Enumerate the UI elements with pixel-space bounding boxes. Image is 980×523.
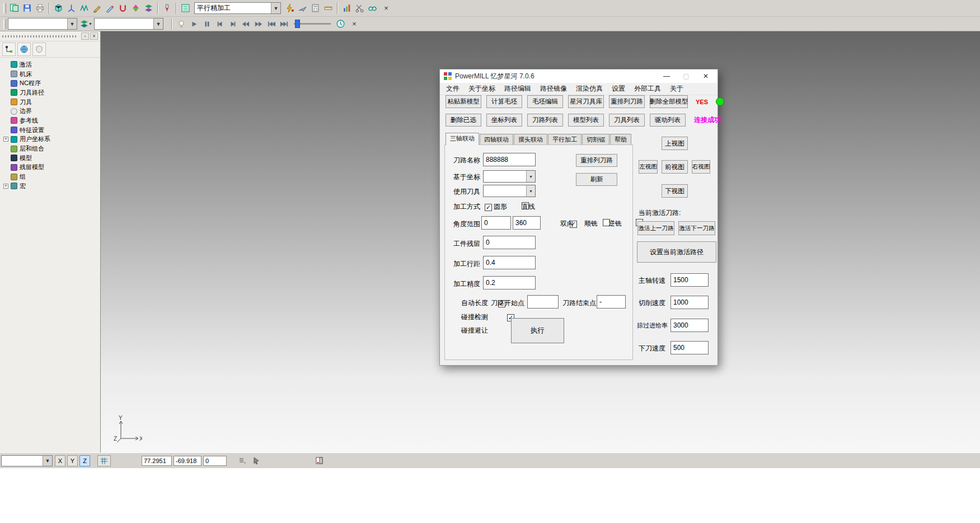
boundary-icon[interactable] <box>116 2 129 15</box>
axis-x-button[interactable]: X <box>55 455 65 466</box>
tree-item-levels[interactable]: 层和组合 <box>3 144 100 153</box>
set-active-path-button[interactable]: 设置当前激活路径 <box>637 241 716 263</box>
hierarchy-icon[interactable] <box>2 43 16 56</box>
use-tool-select[interactable] <box>483 185 536 197</box>
feature-icon[interactable] <box>129 2 142 15</box>
levels-icon[interactable] <box>142 2 155 15</box>
status-dropdown[interactable]: ▼ <box>1 455 53 466</box>
measure-icon[interactable] <box>322 2 335 15</box>
chevron-down-icon[interactable] <box>526 171 535 182</box>
toolpath-name-input[interactable] <box>483 153 536 166</box>
minimize-icon[interactable]: — <box>658 71 675 82</box>
toolbar-close-icon[interactable]: × <box>381 3 391 13</box>
menu-settings[interactable]: 设置 <box>608 83 629 95</box>
axis-y-button[interactable]: Y <box>67 455 78 466</box>
strategy-list-icon[interactable] <box>179 2 192 15</box>
tab-3axis[interactable]: 三轴联动 <box>446 133 479 145</box>
skim-feed-input[interactable] <box>670 319 709 332</box>
end-point-input[interactable] <box>597 295 626 309</box>
view-right-button[interactable]: 右视图 <box>692 160 710 174</box>
tree-item-boundaries[interactable]: 边界 <box>3 106 100 116</box>
pattern-pencil-icon[interactable] <box>91 2 104 15</box>
toolpath-icon[interactable] <box>78 2 91 15</box>
toolpath-list-button[interactable]: 刀路列表 <box>527 114 563 127</box>
expand-icon[interactable]: + <box>3 184 8 189</box>
tolerance-input[interactable] <box>483 276 536 289</box>
refresh-button[interactable]: 刷新 <box>576 173 617 186</box>
tree-item-machine[interactable]: 机床 <box>3 69 100 79</box>
calculator-icon[interactable] <box>309 2 322 15</box>
go-end-icon[interactable] <box>278 17 290 30</box>
tree-item-patterns[interactable]: 参考线 <box>3 116 100 125</box>
reorder-toolpath-button[interactable]: 重排列刀路 <box>576 154 617 167</box>
axis-z-button[interactable]: Z <box>79 455 90 466</box>
globe-icon[interactable] <box>17 43 31 56</box>
angle-end-input[interactable] <box>513 216 541 230</box>
menu-external-tools[interactable]: 外部工具 <box>630 83 665 95</box>
tree-item-models[interactable]: 模型 <box>3 153 100 163</box>
view-left-button[interactable]: 左视图 <box>639 160 658 174</box>
cursor-pick-icon[interactable] <box>250 455 262 466</box>
execute-button[interactable]: 执行 <box>511 318 564 343</box>
play-icon[interactable] <box>187 17 200 30</box>
view-bottom-button[interactable]: 下视图 <box>662 184 688 198</box>
plunge-speed-input[interactable] <box>670 341 709 354</box>
chevron-down-icon[interactable] <box>526 185 535 197</box>
maximize-icon[interactable]: ▢ <box>678 71 695 82</box>
strategy-dropdown[interactable]: 平行精加工 ▼ <box>194 2 281 14</box>
chevron-down-icon[interactable]: ▼ <box>153 18 163 29</box>
toolbar2-close-icon[interactable]: × <box>349 19 359 29</box>
spindle-speed-input[interactable] <box>670 273 709 287</box>
view-front-button[interactable]: 前视图 <box>662 160 688 174</box>
view-top-button[interactable]: 上视图 <box>662 137 688 150</box>
menu-path-edit[interactable]: 路径编辑 <box>500 83 535 95</box>
coord-x-input[interactable] <box>142 456 172 466</box>
tab-head-tilt[interactable]: 摆头联动 <box>514 134 547 145</box>
shield-icon[interactable] <box>32 43 46 56</box>
tree-item-nc-programs[interactable]: NC程序 <box>3 78 100 88</box>
angle-start-input[interactable] <box>481 216 511 230</box>
tab-saw[interactable]: 切割锯 <box>582 134 609 145</box>
chevron-down-icon[interactable]: ▼ <box>43 456 52 466</box>
quick-machine-icon[interactable] <box>283 2 296 15</box>
step-back-icon[interactable] <box>213 17 226 30</box>
model-list-button[interactable]: 模型列表 <box>568 114 604 127</box>
workplane-icon[interactable] <box>65 2 78 15</box>
step-forward-icon[interactable] <box>226 17 239 30</box>
tab-help[interactable]: 帮助 <box>610 134 631 145</box>
tool-list-button[interactable]: 刀具列表 <box>609 114 645 127</box>
menu-file[interactable]: 文件 <box>442 83 463 95</box>
delete-all-models-button[interactable]: 删除全部模型 <box>650 95 688 108</box>
menu-coords[interactable]: 关于坐标 <box>465 83 499 95</box>
chevron-down-icon[interactable]: ▼ <box>271 3 280 13</box>
simulation-light-icon[interactable] <box>175 17 187 30</box>
fast-forward-icon[interactable] <box>252 17 265 30</box>
stock-input[interactable] <box>483 236 536 249</box>
clipping-icon[interactable] <box>353 2 366 15</box>
tree-item-groups[interactable]: 组 <box>3 172 100 181</box>
close-panel-icon[interactable]: × <box>90 32 98 40</box>
menu-about[interactable]: 关于 <box>666 83 687 95</box>
drag-grip[interactable] <box>2 35 77 38</box>
circle-checkbox[interactable] <box>485 204 492 211</box>
clock-icon[interactable] <box>334 17 347 30</box>
cutting-speed-input[interactable] <box>670 296 709 309</box>
tree-item-workplanes[interactable]: +用户坐标系 <box>3 135 100 144</box>
rewind-icon[interactable] <box>239 17 252 30</box>
chevron-down-icon[interactable]: ▼ <box>67 18 77 29</box>
print-icon[interactable] <box>34 2 46 15</box>
block-edit-button[interactable]: 毛坯编辑 <box>527 95 563 108</box>
explorer-titlebar[interactable]: ▫ × <box>0 31 100 41</box>
coord-z-input[interactable] <box>203 456 227 466</box>
slider-handle[interactable] <box>295 20 300 28</box>
expand-icon[interactable]: + <box>3 137 8 142</box>
tool-icon[interactable] <box>161 2 174 15</box>
reorder-toolpaths-button[interactable]: 重排列刀路 <box>609 95 645 108</box>
coord-list-button[interactable]: 坐标列表 <box>486 114 522 127</box>
coord-y-input[interactable] <box>174 456 201 466</box>
slider-track[interactable] <box>294 23 331 25</box>
toolpath-select-dropdown[interactable]: ▼ <box>8 18 77 30</box>
panel-toggle-icon[interactable] <box>312 455 326 466</box>
tool-select-dropdown[interactable]: ▼ <box>94 18 163 30</box>
tab-4axis[interactable]: 四轴联动 <box>480 134 513 145</box>
